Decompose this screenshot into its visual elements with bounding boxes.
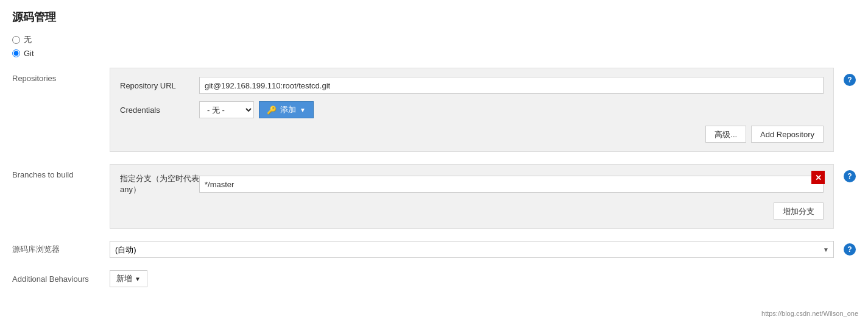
page-title: 源码管理 <box>12 10 856 24</box>
source-browser-help-icon[interactable]: ? <box>844 243 856 256</box>
branch-input-row: 指定分支（为空时代表any） <box>120 173 824 195</box>
repo-url-label: Repository URL <box>120 81 199 90</box>
branches-help: ? <box>839 164 856 182</box>
git-label[interactable]: Git <box>24 49 34 58</box>
repositories-help: ? <box>839 68 856 86</box>
credentials-controls: - 无 - 🔑 添加 ▼ <box>199 101 314 118</box>
repo-bottom-buttons: 高级... Add Repository <box>120 126 824 143</box>
credentials-add-arrow: ▼ <box>300 107 306 113</box>
branches-bottom-buttons: 增加分支 <box>120 202 824 220</box>
source-browser-select[interactable]: (自动) <box>110 241 834 258</box>
additional-behaviours-section: Additional Behaviours 新增 ▼ <box>12 264 856 293</box>
scm-radio-group: 无 Git <box>12 34 856 58</box>
branch-input[interactable] <box>199 176 824 193</box>
advanced-button[interactable]: 高级... <box>705 126 746 143</box>
source-browser-label: 源码库浏览器 <box>12 244 110 255</box>
credentials-select[interactable]: - 无 - <box>199 101 254 118</box>
additional-behaviours-label: Additional Behaviours <box>12 274 110 284</box>
branches-label: Branches to build <box>12 164 110 179</box>
footer-link: https://blog.csdn.net/Wilson_one <box>761 310 858 317</box>
none-radio[interactable] <box>12 36 20 44</box>
repo-url-input-wrapper <box>199 77 824 94</box>
branches-top-right: ✕ <box>811 171 825 184</box>
source-browser-select-wrapper: (自动) <box>110 241 834 258</box>
source-browser-help: ? <box>839 243 856 256</box>
git-radio-row: Git <box>12 49 856 58</box>
repositories-content: Repository URL Credentials - 无 - 🔑 添加 ▼ … <box>110 68 834 152</box>
credentials-label: Credentials <box>120 106 199 115</box>
branches-content: ✕ 指定分支（为空时代表any） 增加分支 <box>110 164 834 229</box>
git-radio[interactable] <box>12 49 20 57</box>
delete-branch-button[interactable]: ✕ <box>811 171 825 184</box>
key-icon: 🔑 <box>267 106 277 115</box>
add-branch-button[interactable]: 增加分支 <box>774 202 824 220</box>
source-browser-section: 源码库浏览器 (自动) ? <box>12 235 856 264</box>
repo-url-row: Repository URL <box>120 77 824 94</box>
repositories-section: Repositories Repository URL Credentials … <box>12 62 856 158</box>
none-radio-row: 无 <box>12 34 856 45</box>
new-dropdown-arrow: ▼ <box>135 276 141 282</box>
source-browser-select-box: (自动) <box>110 241 834 258</box>
branches-section: Branches to build ✕ 指定分支（为空时代表any） 增加分支 … <box>12 158 856 235</box>
credentials-add-label: 添加 <box>280 104 296 115</box>
branch-input-label: 指定分支（为空时代表any） <box>120 173 199 195</box>
repo-url-input[interactable] <box>199 77 824 94</box>
credentials-row: Credentials - 无 - 🔑 添加 ▼ <box>120 101 824 118</box>
repositories-help-icon[interactable]: ? <box>844 74 856 86</box>
add-repository-button[interactable]: Add Repository <box>751 126 824 143</box>
new-label: 新增 <box>116 273 132 284</box>
none-label[interactable]: 无 <box>24 34 32 45</box>
branch-input-wrapper <box>199 176 824 193</box>
credentials-add-button[interactable]: 🔑 添加 ▼ <box>259 101 314 118</box>
branches-help-icon[interactable]: ? <box>844 170 856 182</box>
repositories-label: Repositories <box>12 68 110 83</box>
additional-behaviours-new-button[interactable]: 新增 ▼ <box>110 270 147 287</box>
